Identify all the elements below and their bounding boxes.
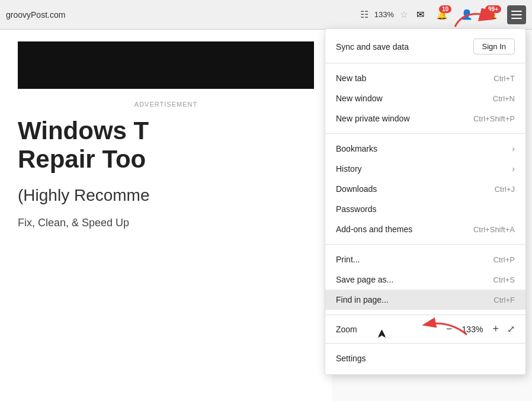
arrow-to-hamburger (452, 3, 499, 30)
divider-1 (325, 63, 525, 63)
section-new: New tab Ctrl+T New window Ctrl+N New pri… (325, 66, 525, 131)
menu-item-bookmarks[interactable]: Bookmarks › (325, 139, 525, 159)
page-content: ADVERTISEMENT Windows T Repair Too (High… (0, 30, 332, 401)
mail-button[interactable]: ✉ (416, 9, 424, 20)
menu-item-find-in-page[interactable]: Find in page... Ctrl+F (325, 290, 525, 310)
hamburger-line-1 (511, 11, 522, 12)
sync-label: Sync and save data (336, 42, 409, 52)
zoom-label: Zoom (336, 325, 357, 334)
menu-item-new-window[interactable]: New window Ctrl+N (325, 88, 525, 108)
menu-item-settings[interactable]: Settings (325, 348, 525, 368)
divider-5 (325, 343, 525, 344)
menu-item-save-page[interactable]: Save page as... Ctrl+S (325, 270, 525, 290)
section-actions: Print... Ctrl+P Save page as... Ctrl+S F… (325, 247, 525, 312)
menu-item-downloads[interactable]: Downloads Ctrl+J (325, 179, 525, 199)
browser-icons: ☷ 133% ☆ ✉ 🔔 10 👤 🔔 99+ (360, 5, 526, 24)
menu-item-new-tab[interactable]: New tab Ctrl+T (325, 68, 525, 88)
menu-item-history[interactable]: History › (325, 159, 525, 179)
hamburger-menu-button[interactable] (507, 5, 526, 24)
zoom-display: 133% (374, 10, 394, 19)
sign-in-button[interactable]: Sign In (473, 39, 515, 54)
section-settings: Settings (325, 346, 525, 371)
browser-url: groovyPost.com (6, 10, 65, 20)
menu-item-new-private[interactable]: New private window Ctrl+Shift+P (325, 108, 525, 129)
menu-item-print[interactable]: Print... Ctrl+P (325, 249, 525, 270)
bookmark-icon[interactable]: ☆ (400, 9, 408, 20)
article-desc: Fix, Clean, & Speed Up (18, 217, 314, 229)
zoom-expand-button[interactable]: ⤢ (507, 323, 515, 335)
black-bar (18, 41, 314, 89)
article-title: Windows T Repair Too (18, 117, 314, 174)
ad-label: ADVERTISEMENT (18, 101, 314, 108)
badge-1: 10 (439, 5, 451, 13)
notification-btn-1[interactable]: 🔔 10 (436, 9, 448, 20)
hamburger-line-3 (511, 18, 522, 19)
menu-item-passwords[interactable]: Passwords (325, 199, 525, 219)
article-subtitle: (Highly Recomme (18, 186, 314, 205)
mouse-cursor: ⮝ (377, 329, 387, 339)
zoom-plus-button[interactable]: + (490, 323, 501, 335)
arrow-to-find (402, 308, 473, 341)
reader-mode-icon[interactable]: ☷ (360, 9, 368, 20)
section-bookmarks-history: Bookmarks › History › Downloads Ctrl+J P… (325, 136, 525, 242)
sync-row: Sync and save data Sign In (325, 33, 525, 60)
divider-3 (325, 244, 525, 245)
menu-item-addons[interactable]: Add-ons and themes Ctrl+Shift+A (325, 219, 525, 239)
hamburger-line-2 (511, 14, 522, 15)
divider-2 (325, 133, 525, 134)
mail-icon: ✉ (416, 9, 424, 20)
